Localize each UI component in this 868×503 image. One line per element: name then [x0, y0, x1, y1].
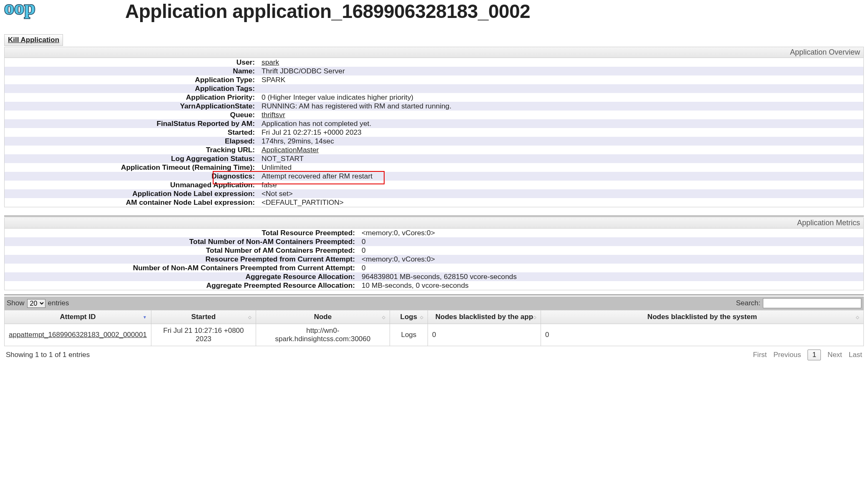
logs-link[interactable]: Logs: [401, 331, 416, 339]
kv-value[interactable]: spark: [259, 58, 863, 67]
application-overview-section: Application Overview User:sparkName:Thri…: [4, 47, 864, 207]
kv-row: Application Timeout (Remaining Time):Unl…: [5, 163, 863, 172]
col-node[interactable]: Node: [256, 310, 390, 324]
kv-value[interactable]: ApplicationMaster: [259, 146, 863, 154]
kv-value[interactable]: thriftsvr: [259, 111, 863, 119]
kv-row: Name:Thrift JDBC/ODBC Server: [5, 67, 863, 75]
kv-value: 0 (Higher Integer value indicates higher…: [259, 93, 863, 102]
kv-key: Application Tags:: [5, 84, 259, 93]
kv-key: Started:: [5, 128, 259, 137]
attempt-id-link[interactable]: appattempt_1689906328183_0002_000001: [9, 331, 147, 339]
section-title-overview: Application Overview: [5, 47, 863, 58]
pager-last[interactable]: Last: [849, 351, 862, 359]
kv-key: Unmanaged Application:: [5, 181, 259, 189]
kv-row: Application Tags:: [5, 84, 863, 93]
search-label: Search:: [736, 299, 760, 307]
kv-key: Tracking URL:: [5, 146, 259, 154]
kv-key: YarnApplicationState:: [5, 102, 259, 111]
kv-key: Log Aggregation Status:: [5, 154, 259, 163]
cell-started: Fri Jul 21 10:27:16 +0800 2023: [151, 324, 256, 346]
kv-key: Application Timeout (Remaining Time):: [5, 163, 259, 172]
kill-application-button[interactable]: Kill Application: [4, 34, 63, 46]
search-input[interactable]: [763, 298, 861, 308]
kv-value: Thrift JDBC/ODBC Server: [259, 67, 863, 75]
kv-row: YarnApplicationState:RUNNING: AM has reg…: [5, 102, 863, 111]
kv-row: Application Node Label expression:<Not s…: [5, 189, 863, 198]
cell-bl-sys: 0: [541, 324, 863, 346]
kv-key: Application Type:: [5, 75, 259, 84]
kv-value: Attempt recovered after RM restart: [259, 172, 863, 181]
kv-value: SPARK: [259, 75, 863, 84]
kv-value: 0: [359, 246, 863, 255]
kv-row: Application Type:SPARK: [5, 75, 863, 84]
kv-value-link[interactable]: thriftsvr: [262, 111, 285, 119]
page-length-select[interactable]: 20: [27, 299, 45, 308]
pager: First Previous 1 Next Last: [753, 350, 862, 360]
kv-key: Total Resource Preempted:: [5, 229, 359, 237]
col-bl-app[interactable]: Nodes blacklisted by the app: [428, 310, 541, 324]
kv-row: Application Priority:0 (Higher Integer v…: [5, 93, 863, 102]
col-attempt-id[interactable]: Attempt ID: [5, 310, 151, 324]
kv-key: User:: [5, 58, 259, 67]
col-logs[interactable]: Logs: [390, 310, 428, 324]
svg-text:oop: oop: [4, 0, 35, 18]
attempts-table: Attempt ID Started Node Logs Nodes black…: [4, 310, 864, 346]
kv-value: Unlimited: [259, 163, 863, 172]
entries-label: entries: [48, 299, 69, 307]
kv-value-link[interactable]: spark: [262, 58, 279, 66]
hadoop-logo: oop: [4, 0, 58, 23]
kv-key: Resource Preempted from Current Attempt:: [5, 255, 359, 264]
col-bl-sys[interactable]: Nodes blacklisted by the system: [541, 310, 863, 324]
node-link[interactable]: http://wn0-spark.hdinsightcss.com:30060: [275, 327, 371, 343]
kv-key: Name:: [5, 67, 259, 75]
kv-row: AM container Node Label expression:<DEFA…: [5, 198, 863, 207]
kv-value: Application has not completed yet.: [259, 119, 863, 128]
kv-value: <DEFAULT_PARTITION>: [259, 198, 863, 207]
kv-value: RUNNING: AM has registered with RM and s…: [259, 102, 863, 111]
kv-value: Fri Jul 21 02:27:15 +0000 2023: [259, 128, 863, 137]
kv-key: Application Priority:: [5, 93, 259, 102]
kv-row: FinalStatus Reported by AM:Application h…: [5, 119, 863, 128]
section-title-metrics: Application Metrics: [5, 218, 863, 229]
kv-key: Total Number of Non-AM Containers Preemp…: [5, 237, 359, 246]
cell-bl-app: 0: [428, 324, 541, 346]
kv-key: Total Number of AM Containers Preempted:: [5, 246, 359, 255]
kv-key: Diagnostics:: [5, 172, 259, 181]
pager-current: 1: [808, 350, 820, 360]
table-row: appattempt_1689906328183_0002_000001 Fri…: [5, 324, 864, 346]
kv-key: FinalStatus Reported by AM:: [5, 119, 259, 128]
kv-value: <memory:0, vCores:0>: [359, 229, 863, 237]
page-title: Application application_1689906328183_00…: [125, 0, 530, 23]
kv-value: <Not set>: [259, 189, 863, 198]
kv-value: NOT_START: [259, 154, 863, 163]
kv-row: Total Number of AM Containers Preempted:…: [5, 246, 863, 255]
kv-row: Log Aggregation Status:NOT_START: [5, 154, 863, 163]
kv-key: Application Node Label expression:: [5, 189, 259, 198]
pager-first[interactable]: First: [753, 351, 767, 359]
table-info-text: Showing 1 to 1 of 1 entries: [6, 351, 90, 359]
kv-key: Queue:: [5, 111, 259, 119]
kv-value: <memory:0, vCores:0>: [359, 255, 863, 264]
kv-value: 10 MB-seconds, 0 vcore-seconds: [359, 281, 863, 290]
application-metrics-section: Application Metrics Total Resource Preem…: [4, 217, 864, 290]
col-started[interactable]: Started: [151, 310, 256, 324]
kv-row: User:spark: [5, 58, 863, 67]
kv-row: Total Resource Preempted:<memory:0, vCor…: [5, 229, 863, 237]
kv-row: Unmanaged Application:false: [5, 181, 863, 189]
kv-row: Queue:thriftsvr: [5, 111, 863, 119]
kv-row: Started:Fri Jul 21 02:27:15 +0000 2023: [5, 128, 863, 137]
kv-row: Resource Preempted from Current Attempt:…: [5, 255, 863, 264]
kv-row: Tracking URL:ApplicationMaster: [5, 146, 863, 154]
kv-row: Aggregate Preempted Resource Allocation:…: [5, 281, 863, 290]
kv-value: 174hrs, 29mins, 14sec: [259, 137, 863, 146]
pager-previous[interactable]: Previous: [773, 351, 801, 359]
kv-key: Aggregate Resource Allocation:: [5, 272, 359, 281]
attempts-table-section: Show 20 entries Search: Attempt ID Start…: [4, 294, 864, 361]
pager-next[interactable]: Next: [828, 351, 842, 359]
kv-key: Aggregate Preempted Resource Allocation:: [5, 281, 359, 290]
kv-value: false: [259, 181, 863, 189]
kv-value-link[interactable]: ApplicationMaster: [262, 146, 319, 154]
kv-value: 0: [359, 264, 863, 272]
show-label: Show: [7, 299, 25, 307]
kv-value: 964839801 MB-seconds, 628150 vcore-secon…: [359, 272, 863, 281]
